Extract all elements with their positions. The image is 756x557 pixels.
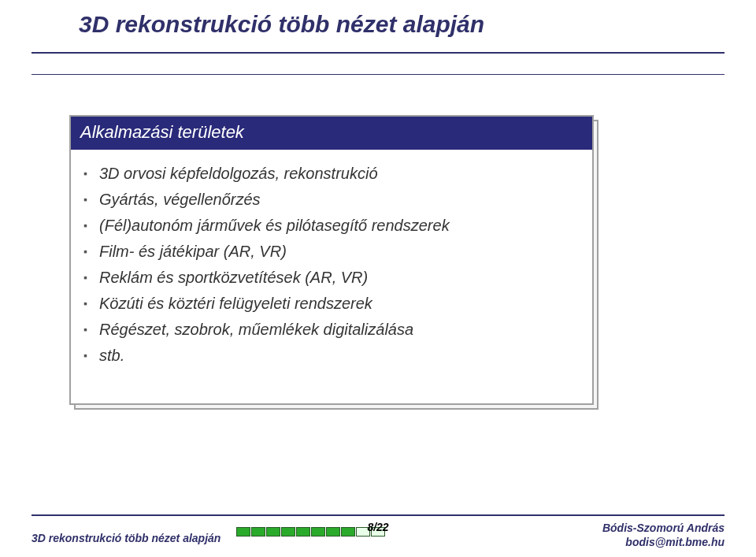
content-box: Alkalmazási területek 3D orvosi képfeldo… (69, 115, 594, 405)
footer-email: bodis@mit.bme.hu (602, 535, 724, 549)
content-box-header: Alkalmazási területek (71, 117, 592, 150)
list-item: Film- és játékipar (AR, VR) (99, 239, 576, 265)
list-item: (Fél)autonóm járművek és pilótasegítő re… (99, 213, 576, 239)
title-rule-1 (32, 52, 724, 54)
slide: 3D rekonstrukció több nézet alapján Alka… (0, 0, 756, 557)
list-item: Gyártás, végellenőrzés (99, 187, 576, 213)
content-list: 3D orvosi képfeldolgozás, rekonstrukcióG… (71, 150, 592, 369)
list-item: Reklám és sportközvetítések (AR, VR) (99, 265, 576, 291)
list-item: 3D orvosi képfeldolgozás, rekonstrukció (99, 161, 576, 187)
list-item: Közúti és köztéri felügyeleti rendszerek (99, 291, 576, 317)
list-item: stb. (99, 343, 576, 369)
footer-left: 3D rekonstrukció több nézet alapján (32, 532, 220, 544)
footer-right: Bódis-Szomorú András bodis@mit.bme.hu (602, 521, 724, 549)
title-rule-2 (32, 74, 724, 75)
footer-author: Bódis-Szomorú András (602, 521, 724, 535)
list-item: Régészet, szobrok, műemlékek digitalizál… (99, 317, 576, 343)
footer-rule (32, 514, 724, 516)
slide-title: 3D rekonstrukció több nézet alapján (79, 11, 484, 38)
